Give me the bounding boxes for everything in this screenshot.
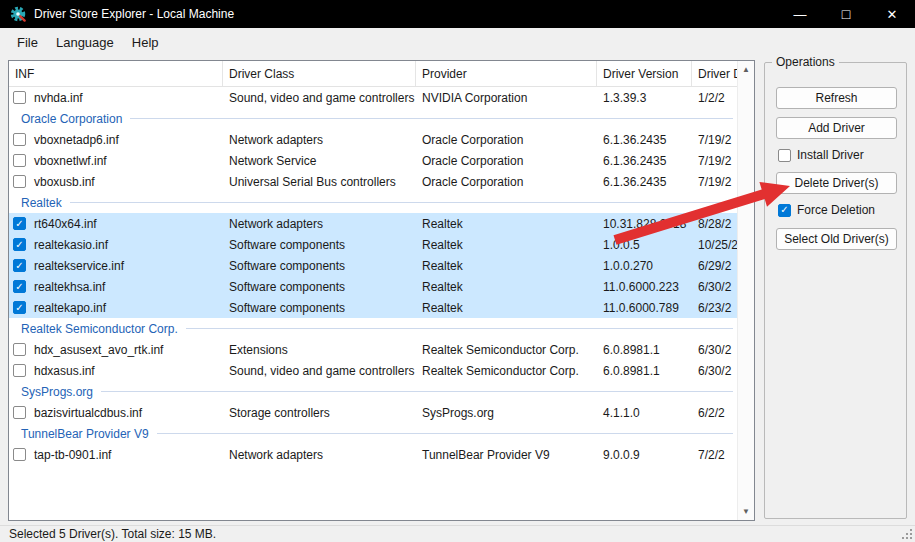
driver-date-cell: 6/29/2: [692, 255, 737, 276]
menubar: File Language Help: [0, 28, 915, 56]
driver-row[interactable]: vboxnetlwf.infNetwork ServiceOracle Corp…: [9, 150, 737, 171]
driver-date-cell: 6/23/2: [692, 297, 737, 318]
vertical-scrollbar[interactable]: ▲ ▼: [737, 61, 754, 520]
inf-name: vboxnetlwf.inf: [34, 154, 107, 168]
row-checkbox[interactable]: ✓: [13, 259, 26, 272]
column-header-inf[interactable]: INF: [9, 61, 223, 86]
inf-name: hdxasus.inf: [34, 364, 95, 378]
maximize-icon[interactable]: □: [823, 0, 869, 28]
force-deletion-checkbox[interactable]: ✓ Force Deletion: [778, 203, 875, 217]
driver-version-cell: 11.0.6000.789: [597, 297, 692, 318]
driver-date-cell: 6/30/2: [692, 339, 737, 360]
select-old-drivers-button[interactable]: Select Old Driver(s): [776, 228, 897, 250]
statusbar: Selected 5 Driver(s). Total size: 15 MB.: [0, 525, 915, 542]
status-text: Selected 5 Driver(s). Total size: 15 MB.: [9, 527, 216, 541]
inf-name: nvhda.inf: [34, 91, 83, 105]
add-driver-button[interactable]: Add Driver: [776, 117, 897, 139]
driver-class-cell: Network adapters: [223, 444, 416, 465]
inf-name: bazisvirtualcdbus.inf: [34, 406, 142, 420]
driver-date-cell: 7/19/2: [692, 150, 737, 171]
group-header-label: Realtek Semiconductor Corp.: [21, 322, 186, 336]
driver-row[interactable]: ✓realtekhsa.infSoftware componentsRealte…: [9, 276, 737, 297]
driver-version-cell: 6.1.36.2435: [597, 150, 692, 171]
provider-cell: Realtek: [416, 213, 597, 234]
group-header: Oracle Corporation: [9, 108, 737, 129]
close-icon[interactable]: ✕: [869, 0, 915, 28]
group-header: TunnelBear Provider V9: [9, 423, 737, 444]
driver-row[interactable]: ✓rt640x64.infNetwork adaptersRealtek10.3…: [9, 213, 737, 234]
driver-class-cell: Storage controllers: [223, 402, 416, 423]
inf-cell: ✓realtekhsa.inf: [9, 276, 223, 297]
driver-class-cell: Network Service: [223, 150, 416, 171]
row-checkbox[interactable]: ✓: [13, 280, 26, 293]
row-checkbox[interactable]: [13, 154, 26, 167]
operations-panel: Operations Refresh Add Driver Install Dr…: [764, 62, 907, 519]
row-checkbox[interactable]: [13, 364, 26, 377]
driver-row[interactable]: ✓realtekapo.infSoftware componentsRealte…: [9, 297, 737, 318]
row-checkbox[interactable]: [13, 343, 26, 356]
inf-name: hdx_asusext_avo_rtk.inf: [34, 343, 163, 357]
install-driver-checkbox[interactable]: Install Driver: [778, 148, 864, 162]
group-header-line: [186, 328, 733, 329]
provider-cell: Realtek: [416, 255, 597, 276]
provider-cell: SysProgs.org: [416, 402, 597, 423]
driver-date-cell: 7/19/2: [692, 129, 737, 150]
inf-name: realtekapo.inf: [34, 301, 106, 315]
driver-version-cell: 6.0.8981.1: [597, 339, 692, 360]
row-checkbox[interactable]: ✓: [13, 301, 26, 314]
inf-cell: hdxasus.inf: [9, 360, 223, 381]
window-controls: — □ ✕: [777, 0, 915, 28]
driver-version-cell: 10.31.828.2018: [597, 213, 692, 234]
resize-grip[interactable]: [900, 527, 913, 540]
driver-class-cell: Software components: [223, 255, 416, 276]
scroll-down-icon[interactable]: ▼: [738, 503, 754, 520]
list-header: INF Driver Class Provider Driver Version…: [9, 61, 737, 87]
driver-row[interactable]: ✓realtekservice.infSoftware componentsRe…: [9, 255, 737, 276]
row-checkbox[interactable]: [13, 133, 26, 146]
provider-cell: Realtek: [416, 276, 597, 297]
driver-row[interactable]: vboxusb.infUniversal Serial Bus controll…: [9, 171, 737, 192]
inf-name: rt640x64.inf: [34, 217, 97, 231]
column-header-driver-class[interactable]: Driver Class: [223, 61, 416, 86]
install-driver-checkbox-box[interactable]: [778, 149, 791, 162]
inf-cell: hdx_asusext_avo_rtk.inf: [9, 339, 223, 360]
driver-row[interactable]: hdx_asusext_avo_rtk.infExtensionsRealtek…: [9, 339, 737, 360]
driver-version-cell: 1.0.0.5: [597, 234, 692, 255]
inf-name: vboxusb.inf: [34, 175, 95, 189]
driver-row[interactable]: hdxasus.infSound, video and game control…: [9, 360, 737, 381]
group-header-line: [157, 433, 733, 434]
driver-row[interactable]: tap-tb-0901.infNetwork adaptersTunnelBea…: [9, 444, 737, 465]
menu-language[interactable]: Language: [47, 28, 123, 56]
driver-row[interactable]: vboxnetadp6.infNetwork adaptersOracle Co…: [9, 129, 737, 150]
force-deletion-label: Force Deletion: [797, 203, 875, 217]
minimize-icon[interactable]: —: [777, 0, 823, 28]
delete-drivers-button[interactable]: Delete Driver(s): [776, 172, 897, 194]
refresh-button[interactable]: Refresh: [776, 87, 897, 109]
menu-file[interactable]: File: [8, 28, 47, 56]
driver-row[interactable]: bazisvirtualcdbus.infStorage controllers…: [9, 402, 737, 423]
driver-row[interactable]: nvhda.infSound, video and game controlle…: [9, 87, 737, 108]
group-header-line: [130, 118, 733, 119]
inf-cell: ✓realtekservice.inf: [9, 255, 223, 276]
driver-class-cell: Sound, video and game controllers: [223, 87, 416, 108]
column-header-provider[interactable]: Provider: [416, 61, 597, 86]
column-header-driver-version[interactable]: Driver Version: [597, 61, 692, 86]
group-header-label: TunnelBear Provider V9: [21, 427, 157, 441]
row-checkbox[interactable]: [13, 175, 26, 188]
row-checkbox[interactable]: ✓: [13, 238, 26, 251]
scroll-up-icon[interactable]: ▲: [738, 61, 754, 78]
driver-date-cell: 10/25/2: [692, 234, 737, 255]
driver-date-cell: 8/28/2: [692, 213, 737, 234]
menu-help[interactable]: Help: [123, 28, 168, 56]
group-header-label: Oracle Corporation: [21, 112, 130, 126]
group-header-label: SysProgs.org: [21, 385, 101, 399]
row-checkbox[interactable]: [13, 406, 26, 419]
force-deletion-checkbox-box[interactable]: ✓: [778, 204, 791, 217]
row-checkbox[interactable]: [13, 448, 26, 461]
row-checkbox[interactable]: [13, 91, 26, 104]
driver-row[interactable]: ✓realtekasio.infSoftware componentsRealt…: [9, 234, 737, 255]
column-header-driver-date[interactable]: Driver D: [692, 61, 737, 86]
row-checkbox[interactable]: ✓: [13, 217, 26, 230]
group-header: Realtek: [9, 192, 737, 213]
driver-version-cell: 6.1.36.2435: [597, 129, 692, 150]
